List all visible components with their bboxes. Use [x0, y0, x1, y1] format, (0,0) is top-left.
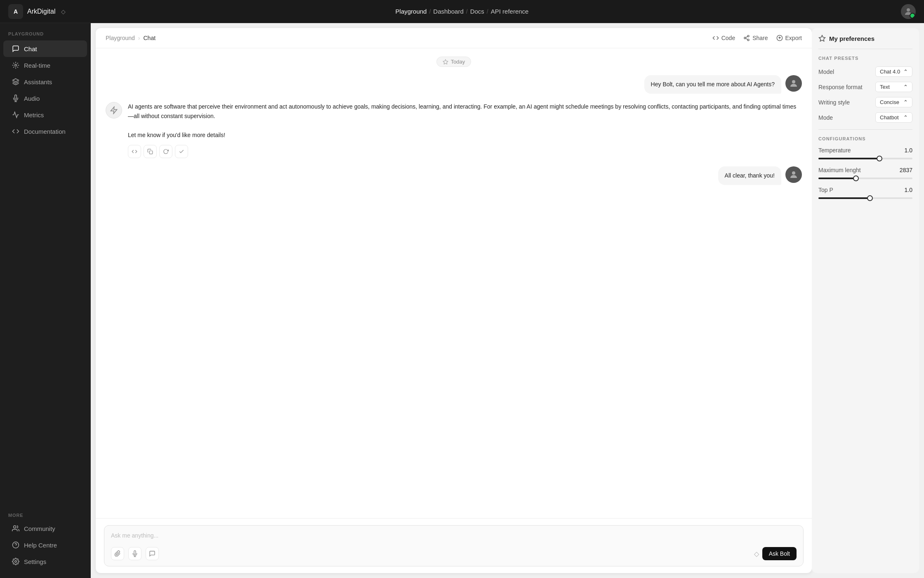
maxlen-label: Maximum lenght: [818, 167, 861, 173]
bot-text-1: AI agents are software that perceive the…: [128, 102, 802, 140]
nav-docs[interactable]: Docs: [470, 8, 484, 15]
chat-icon: [12, 45, 20, 53]
microphone-icon: [132, 550, 138, 557]
input-right: ◇ Ask Bolt: [754, 547, 797, 560]
refresh-icon: [163, 149, 169, 154]
maxlen-slider[interactable]: [818, 178, 912, 179]
emoji-button[interactable]: [146, 547, 159, 560]
svg-point-15: [792, 171, 795, 175]
maxlen-thumb[interactable]: [853, 175, 859, 181]
maxlen-value: 2837: [900, 167, 912, 173]
chat-input-footer: ◇ Ask Bolt: [111, 547, 797, 560]
logo-letter: A: [14, 8, 18, 15]
svg-marker-16: [819, 36, 825, 41]
nav-dashboard[interactable]: Dashboard: [433, 8, 463, 15]
realtime-icon: [12, 61, 20, 69]
topp-label: Top P: [818, 187, 833, 193]
sidebar-section-playground: PLAYGROUND: [0, 31, 90, 40]
svg-line-8: [746, 38, 748, 40]
copy-msg-button[interactable]: [144, 145, 157, 158]
audio-icon: [12, 94, 20, 102]
topp-value: 1.0: [905, 187, 912, 193]
maxlen-fill: [818, 178, 856, 179]
nav-playground[interactable]: Playground: [396, 8, 427, 15]
topp-track: [818, 197, 912, 199]
sidebar-item-realtime[interactable]: Real-time: [3, 57, 87, 73]
logo-box: A: [8, 4, 23, 19]
preset-model-select[interactable]: Chat 4.0 ⌃: [875, 66, 912, 77]
breadcrumb-current: Chat: [144, 35, 156, 41]
copy-icon: [147, 149, 153, 154]
chat-input-box: ◇ Ask Bolt: [104, 525, 804, 566]
preset-mode-select[interactable]: Chatbot ⌃: [875, 112, 912, 123]
sidebar-community-label: Community: [24, 525, 55, 532]
input-icons: [111, 547, 159, 560]
community-icon: [12, 524, 20, 533]
sidebar-item-documentation[interactable]: Documentation: [3, 123, 87, 140]
topp-fill: [818, 197, 870, 199]
preset-format-select[interactable]: Text ⌃: [875, 82, 912, 92]
export-icon: [776, 35, 783, 41]
export-button[interactable]: Export: [776, 35, 802, 41]
topp-thumb[interactable]: [867, 195, 873, 201]
sidebar: PLAYGROUND Chat Real-time: [0, 23, 91, 578]
preset-style-select[interactable]: Concise ⌃: [875, 97, 912, 107]
sidebar-item-chat[interactable]: Chat: [3, 40, 87, 57]
avatar[interactable]: [901, 4, 916, 19]
refresh-msg-button[interactable]: [159, 145, 172, 158]
emoji-icon: [149, 550, 156, 557]
user-bubble-1: Hey Bolt, can you tell me more about AI …: [644, 75, 781, 94]
chat-input[interactable]: [111, 531, 797, 541]
chat-header: Playground › Chat Code: [96, 28, 812, 48]
code-msg-icon: [132, 149, 137, 154]
code-button[interactable]: Code: [712, 35, 735, 41]
right-panel-title: My preferences: [829, 35, 874, 42]
bot-message-1: AI agents are software that perceive the…: [106, 102, 802, 158]
right-panel: My preferences CHAT PRESETS Model Chat 4…: [812, 28, 919, 573]
content-area: Playground › Chat Code: [91, 23, 924, 578]
svg-marker-13: [111, 107, 117, 114]
temperature-row: Temperature 1.0: [818, 147, 912, 154]
attach-button[interactable]: [111, 547, 124, 560]
temperature-slider[interactable]: [818, 158, 912, 159]
preset-model-label: Model: [818, 69, 834, 75]
sidebar-item-settings[interactable]: Settings: [3, 553, 87, 570]
sidebar-metrics-label: Metrics: [24, 111, 44, 118]
breadcrumb-separator: ›: [138, 35, 140, 41]
panel-divider: [818, 129, 912, 130]
svg-line-9: [746, 36, 748, 38]
nav-api[interactable]: API reference: [491, 8, 529, 15]
code-msg-button[interactable]: [128, 145, 141, 158]
help-icon: [12, 541, 20, 549]
svg-point-4: [15, 561, 17, 563]
topp-slider[interactable]: [818, 197, 912, 199]
preset-style-row: Writing style Concise ⌃: [818, 97, 912, 107]
chat-messages: Today Hey Bolt, can you tell me more abo…: [96, 48, 812, 518]
preset-mode-label: Mode: [818, 114, 833, 121]
right-panel-header: My preferences: [818, 35, 912, 49]
check-msg-button[interactable]: [175, 145, 188, 158]
share-button[interactable]: Share: [743, 35, 768, 41]
assistants-icon: [12, 78, 20, 86]
nav-sep-1: /: [429, 8, 431, 15]
user-message-1: Hey Bolt, can you tell me more about AI …: [106, 75, 802, 94]
preset-format-row: Response format Text ⌃: [818, 82, 912, 92]
app-name: ArkDigital: [27, 8, 55, 15]
sidebar-item-audio[interactable]: Audio: [3, 90, 87, 107]
chat-input-area: ◇ Ask Bolt: [96, 518, 812, 573]
nav-left: A ArkDigital ◇: [8, 4, 311, 19]
send-button[interactable]: Ask Bolt: [762, 547, 797, 560]
breadcrumb: Playground › Chat: [106, 35, 156, 41]
sidebar-item-community[interactable]: Community: [3, 520, 87, 537]
voice-button[interactable]: [128, 547, 141, 560]
diamond-send-icon: ◇: [754, 550, 759, 558]
preferences-icon: [818, 35, 826, 42]
sidebar-docs-label: Documentation: [24, 128, 66, 135]
nav-right: [613, 4, 916, 19]
temperature-thumb[interactable]: [877, 156, 882, 161]
topp-row: Top P 1.0: [818, 187, 912, 193]
nav-center: Playground / Dashboard / Docs / API refe…: [311, 8, 613, 15]
sidebar-item-help[interactable]: Help Centre: [3, 537, 87, 553]
sidebar-item-metrics[interactable]: Metrics: [3, 107, 87, 123]
sidebar-item-assistants[interactable]: Assistants: [3, 73, 87, 90]
